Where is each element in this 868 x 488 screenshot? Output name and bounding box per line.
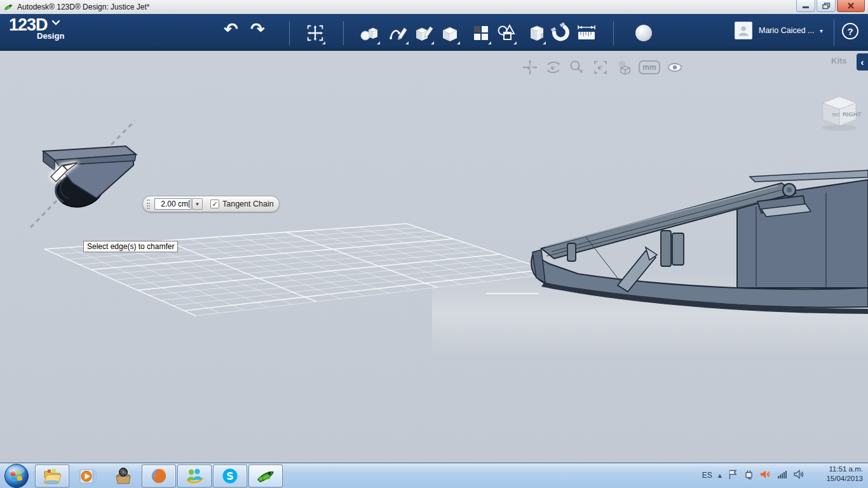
- restore-button-icon[interactable]: [817, 0, 836, 12]
- toolbar-separator: [289, 21, 290, 45]
- material-sphere-icon[interactable]: [635, 25, 652, 41]
- tangent-chain-label: Tangent Chain: [222, 200, 274, 208]
- avatar[interactable]: [735, 22, 752, 39]
- redo-icon[interactable]: ↷: [250, 19, 265, 39]
- help-icon: ?: [847, 26, 853, 37]
- view-navigation-bar: mm: [521, 58, 684, 76]
- firefox-icon: [149, 466, 168, 485]
- account-area[interactable]: Mario Caiced ... ▾: [735, 22, 823, 39]
- 3d-viewport[interactable]: mm Kits ‹ FRONT RIGHT: [0, 51, 868, 463]
- check-icon: ✓: [212, 200, 217, 208]
- 123d-jet-icon: [255, 466, 276, 486]
- account-name[interactable]: Mario Caiced ...: [759, 26, 817, 35]
- app-jet-icon: [3, 2, 13, 12]
- window-title: Autodesk® 123D® Design: Justice Jet*: [17, 3, 149, 11]
- viewcube-front-label: FRONT: [832, 111, 839, 117]
- toybox-app-icon: [114, 466, 133, 485]
- pattern-icon[interactable]: [469, 20, 493, 46]
- tangent-chain-checkbox[interactable]: ✓: [210, 200, 219, 208]
- chamfer-options-bar[interactable]: 2.00 cm ▼ ✓ Tangent Chain: [142, 196, 280, 212]
- skype-icon: S: [220, 466, 240, 485]
- toolbar-separator: [613, 21, 614, 45]
- viewcube-right-label: RIGHT: [843, 111, 862, 118]
- snap-magnet-icon[interactable]: [549, 20, 573, 46]
- primitives-icon[interactable]: [358, 20, 382, 46]
- chamfer-value-text: 2.00 cm: [161, 200, 188, 208]
- screen: Autodesk® 123D® Design: Justice Jet* 123…: [0, 0, 868, 488]
- hint-tooltip: Select edge(s) to chamfer: [83, 241, 178, 252]
- orbit-icon[interactable]: [545, 58, 562, 76]
- start-button[interactable]: [4, 463, 29, 488]
- app-toolbar: 123D Design ↶ ↷: [0, 14, 868, 51]
- action-center-flag-icon[interactable]: [728, 469, 738, 482]
- display-style-icon[interactable]: [615, 58, 633, 76]
- kits-panel-label: Kits: [831, 56, 847, 65]
- taskbar-firefox[interactable]: [142, 464, 176, 487]
- minimize-button-icon[interactable]: [796, 0, 815, 12]
- messenger-icon: [185, 466, 204, 485]
- pan-icon[interactable]: [521, 58, 539, 76]
- unit-label: mm: [642, 63, 656, 72]
- transform-move-icon[interactable]: [303, 20, 327, 46]
- media-player-icon: [78, 466, 97, 485]
- toolbar-separator: [834, 19, 834, 46]
- help-button[interactable]: ?: [842, 23, 858, 39]
- taskbar-windows-explorer[interactable]: [35, 464, 69, 487]
- tray-expand-icon[interactable]: ▲: [718, 473, 722, 478]
- svg-text:S: S: [226, 470, 234, 482]
- chevron-left-icon: ‹: [861, 57, 864, 67]
- app-menu[interactable]: 123D Design: [9, 15, 64, 41]
- text-cursor: [189, 200, 189, 208]
- taskbar-toybox-app[interactable]: [106, 464, 140, 487]
- logo-design: Design: [37, 31, 64, 41]
- network-signal-icon[interactable]: [776, 469, 787, 482]
- close-button-icon[interactable]: [837, 0, 865, 12]
- hotplug-icon[interactable]: [743, 469, 754, 482]
- windows-explorer-icon: [42, 467, 62, 485]
- fit-view-icon[interactable]: [592, 58, 609, 76]
- group-shapes-icon[interactable]: [494, 20, 519, 46]
- tray-clock[interactable]: 11:51 a.m. 15/04/2013: [810, 464, 863, 484]
- undo-icon[interactable]: ↶: [224, 19, 238, 39]
- taskbar-123d-design[interactable]: [248, 464, 283, 487]
- chevron-down-icon[interactable]: [51, 17, 60, 28]
- modify-icon[interactable]: [438, 20, 462, 46]
- measure-ruler-icon[interactable]: [574, 20, 599, 46]
- kits-panel-toggle[interactable]: ‹: [857, 53, 868, 71]
- system-tray: ES ▲: [702, 463, 804, 487]
- visibility-eye-icon[interactable]: [666, 58, 684, 76]
- app-volume-icon[interactable]: [759, 469, 771, 482]
- tray-time: 11:51 a.m.: [810, 464, 863, 474]
- taskbar-messenger[interactable]: [177, 464, 212, 487]
- chamfer-value-input[interactable]: 2.00 cm: [154, 198, 191, 210]
- view-cube[interactable]: FRONT RIGHT: [815, 90, 864, 132]
- construct-icon[interactable]: [412, 20, 436, 46]
- language-indicator[interactable]: ES: [702, 471, 712, 480]
- window-titlebar[interactable]: Autodesk® 123D® Design: Justice Jet*: [0, 0, 868, 14]
- window-controls: [795, 0, 865, 12]
- units-button[interactable]: mm: [639, 60, 660, 74]
- caret-down-icon[interactable]: ▾: [820, 27, 823, 34]
- toolbar-separator: [343, 21, 344, 45]
- model-jet-hull[interactable]: [483, 162, 868, 346]
- zoom-icon[interactable]: [568, 58, 586, 76]
- chamfer-dropdown-icon[interactable]: ▼: [192, 198, 203, 210]
- sketch-icon[interactable]: [386, 20, 410, 46]
- taskbar-media-player[interactable]: [71, 464, 105, 487]
- model-caster-part[interactable]: [19, 114, 146, 235]
- volume-icon[interactable]: [793, 469, 804, 482]
- drag-handle-icon[interactable]: [147, 200, 150, 209]
- tray-date: 15/04/2013: [810, 474, 863, 484]
- taskbar-skype[interactable]: S: [213, 464, 247, 487]
- combine-icon[interactable]: [524, 20, 548, 46]
